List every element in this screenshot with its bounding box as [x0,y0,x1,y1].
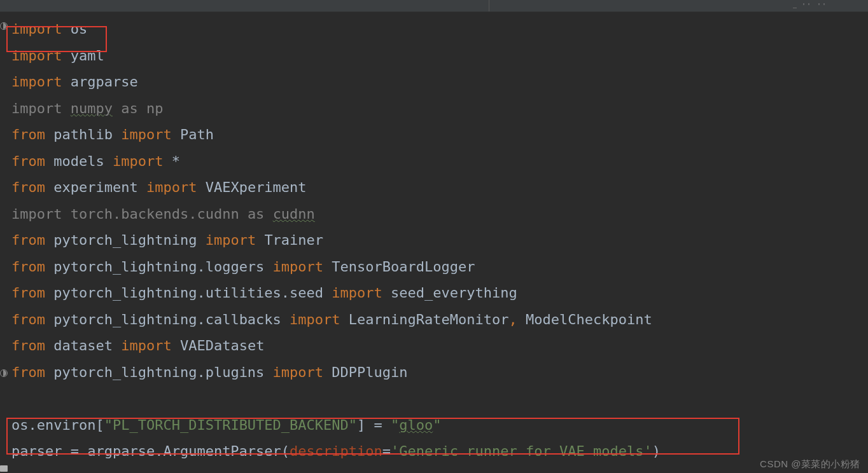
code-token: experiment [53,179,146,195]
code-token: VAEDataset [180,338,264,353]
watermark-text: CSDN @菜菜的小粉猪 [760,458,860,470]
code-token: cudnn [273,206,315,222]
code-token: pathlib [53,127,121,142]
code-token: os.environ[ [11,417,104,433]
code-token: 'Generic runner for VAE models' [391,443,652,459]
code-token: import [121,127,180,142]
code-token: argparse [71,74,138,90]
code-token: seed_everything [391,285,517,301]
tab-divider [489,0,489,11]
code-editor[interactable]: import os import yaml import argparse im… [0,12,868,465]
code-token: from [11,259,53,275]
code-token: LearningRateMonitor [349,312,509,327]
code-token: import [11,74,71,90]
code-token: os [71,21,88,37]
code-token: dataset [53,338,121,353]
code-token: torch.backends.cudnn [71,206,248,222]
code-token: import [11,48,71,64]
code-token: ] = [357,417,391,433]
code-token: from [11,338,53,353]
code-token: pytorch_lightning.plugins [53,364,272,380]
code-token: import [290,312,349,327]
code-token: import [332,285,391,301]
code-line[interactable]: from pytorch_lightning.callbacks import … [11,312,652,327]
code-token: pytorch_lightning [53,232,205,248]
code-token: ModelCheckpoint [526,312,652,327]
code-token: np [146,100,164,116]
code-token: import [121,338,180,353]
code-token: numpy [71,100,113,116]
code-token: ) [652,443,661,459]
code-line[interactable]: from pytorch_lightning.plugins import DD… [11,364,408,380]
code-token: gloo [399,417,433,433]
editor-gutter [0,15,8,472]
code-token: Path [180,127,214,142]
code-token: * [172,153,180,169]
code-token: description [290,443,382,459]
code-token: import [113,153,172,169]
editor-tab-bar: – '' '' [0,0,868,12]
code-token: " [391,417,399,433]
code-area[interactable]: import os import yaml import argparse im… [11,12,868,465]
code-token: Trainer [264,232,323,248]
code-line[interactable]: from pytorch_lightning import Trainer [11,232,323,248]
code-line[interactable]: import yaml [11,48,104,64]
window-minimize-hint: – [793,4,797,11]
code-token: , [509,312,526,327]
code-token: import [146,179,206,195]
code-token: as [248,206,273,222]
code-line[interactable]: from experiment import VAEXperiment [11,179,307,195]
gutter-structure-icon[interactable] [0,369,8,377]
code-token: pytorch_lightning.callbacks [53,312,290,327]
code-line[interactable]: import argparse [11,74,138,90]
code-token: models [53,153,113,169]
code-token: = [382,443,391,459]
code-line[interactable]: from pytorch_lightning.utilities.seed im… [11,285,517,301]
code-token: DDPPlugin [332,364,407,380]
code-line[interactable]: from pytorch_lightning.loggers import Te… [11,259,475,275]
code-token: import [11,21,71,37]
code-token: from [11,285,53,301]
code-token: "PL_TORCH_DISTRIBUTED_BACKEND" [104,417,357,433]
code-line[interactable]: import os [11,21,87,37]
code-token: from [11,127,53,142]
code-token: from [11,312,53,327]
code-token: TensorBoardLogger [332,259,475,275]
code-token: import [206,232,265,248]
code-token: from [11,179,53,195]
code-token: import [11,100,71,116]
code-content[interactable]: import os import yaml import argparse im… [11,16,868,465]
code-line[interactable]: from models import * [11,153,180,169]
code-token: import [273,259,332,275]
code-token: pytorch_lightning.utilities.seed [53,285,332,301]
code-token: yaml [71,48,104,64]
code-token: import [273,364,332,380]
window-controls-hint: '' '' [802,3,827,10]
code-token: from [11,153,53,169]
code-token: from [11,232,53,248]
code-token: as [113,100,146,116]
code-token: import [11,206,71,222]
gutter-structure-icon[interactable] [0,22,8,30]
code-token: VAEXperiment [206,179,307,195]
code-token: parser = argparse.ArgumentParser( [11,443,290,459]
code-line[interactable]: from pathlib import Path [11,127,214,142]
code-token: " [433,417,441,433]
code-line[interactable]: import numpy as np [11,100,163,116]
code-token: from [11,364,53,380]
code-line[interactable]: os.environ["PL_TORCH_DISTRIBUTED_BACKEND… [11,417,442,433]
code-line[interactable]: parser = argparse.ArgumentParser(descrip… [11,443,661,459]
code-line[interactable]: from dataset import VAEDataset [11,338,264,353]
code-token: pytorch_lightning.loggers [53,259,272,275]
gutter-bottom-marker [0,465,8,472]
code-line[interactable]: import torch.backends.cudnn as cudnn [11,206,315,222]
